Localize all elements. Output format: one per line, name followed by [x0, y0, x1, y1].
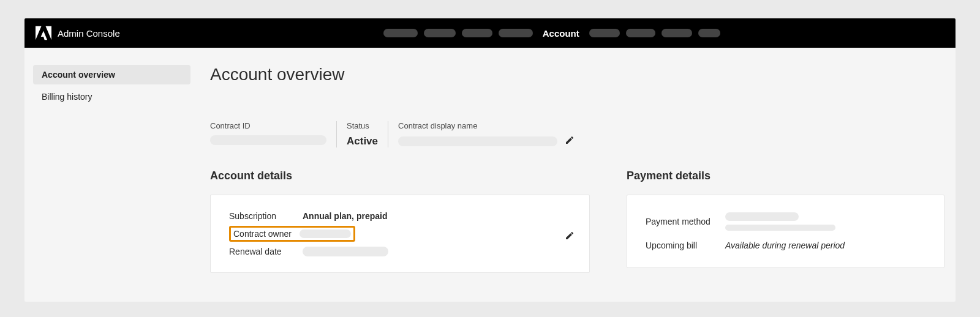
nav-item-placeholder[interactable] [383, 29, 418, 37]
upcoming-bill-row: Upcoming bill Available during renewal p… [646, 236, 925, 255]
sidebar-item-billing-history[interactable]: Billing history [33, 87, 190, 106]
contract-id-redacted [210, 135, 326, 145]
app-title: Admin Console [58, 28, 120, 39]
upcoming-bill-value: Available during renewal period [725, 241, 845, 250]
sidebar-item-account-overview[interactable]: Account overview [33, 65, 190, 84]
status-label: Status [347, 121, 378, 130]
contract-meta-row: Contract ID Status Active Contract displ… [210, 121, 944, 147]
sidebar: Account overview Billing history [24, 48, 199, 302]
nav-item-placeholder[interactable] [698, 29, 720, 37]
pencil-icon [565, 135, 575, 145]
payment-method-redacted [725, 212, 799, 221]
main: Account overview Contract ID Status Acti… [199, 48, 956, 302]
display-name-block: Contract display name [388, 121, 589, 147]
nav-item-placeholder[interactable] [424, 29, 456, 37]
payment-details-card: Payment method Upcoming bill Available d… [627, 195, 944, 268]
account-details-title: Account details [210, 170, 590, 182]
nav-item-account[interactable]: Account [539, 28, 583, 39]
app-frame: Admin Console Account Account overview B… [24, 18, 956, 302]
payment-method-row: Payment method [646, 207, 925, 236]
subscription-row: Subscription Annual plan, prepaid [229, 207, 571, 225]
nav-item-placeholder[interactable] [462, 29, 492, 37]
payment-details-title: Payment details [627, 170, 944, 182]
renewal-date-label: Renewal date [229, 247, 303, 256]
upcoming-bill-label: Upcoming bill [646, 241, 725, 250]
display-name-label: Contract display name [398, 121, 575, 130]
nav-item-placeholder[interactable] [662, 29, 692, 37]
payment-details-column: Payment details Payment method Upcoming … [627, 170, 944, 273]
contract-id-label: Contract ID [210, 121, 326, 130]
payment-method-label: Payment method [646, 217, 725, 226]
display-name-redacted [398, 136, 557, 146]
renewal-date-row: Renewal date [229, 243, 571, 260]
edit-account-details-button[interactable] [565, 231, 575, 243]
contract-id-block: Contract ID [210, 121, 337, 147]
status-block: Status Active [337, 121, 388, 147]
subscription-value: Annual plan, prepaid [303, 211, 387, 221]
subscription-label: Subscription [229, 211, 303, 221]
columns: Account details Subscription Annual plan… [210, 170, 944, 273]
contract-owner-highlight: Contract owner [229, 226, 355, 242]
adobe-logo-icon [36, 26, 51, 40]
account-details-column: Account details Subscription Annual plan… [210, 170, 590, 273]
contract-owner-row: Contract owner [229, 225, 571, 243]
nav-item-placeholder[interactable] [626, 29, 655, 37]
sidebar-item-label: Account overview [42, 70, 115, 80]
renewal-date-redacted [303, 247, 388, 256]
payment-method-redacted-stack [725, 212, 835, 231]
contract-owner-label: Contract owner [233, 229, 300, 239]
top-nav: Account [383, 28, 720, 39]
edit-display-name-button[interactable] [565, 135, 575, 147]
nav-item-placeholder[interactable] [589, 29, 620, 37]
status-value: Active [347, 135, 378, 147]
account-details-card: Subscription Annual plan, prepaid Contra… [210, 195, 590, 273]
sidebar-item-label: Billing history [42, 92, 92, 102]
header: Admin Console Account [24, 18, 956, 48]
pencil-icon [565, 231, 575, 241]
payment-method-redacted-2 [725, 225, 835, 231]
contract-owner-redacted [300, 229, 351, 238]
page-title: Account overview [210, 65, 944, 84]
logo-block: Admin Console [36, 26, 120, 40]
body: Account overview Billing history Account… [24, 48, 956, 302]
nav-item-placeholder[interactable] [499, 29, 533, 37]
